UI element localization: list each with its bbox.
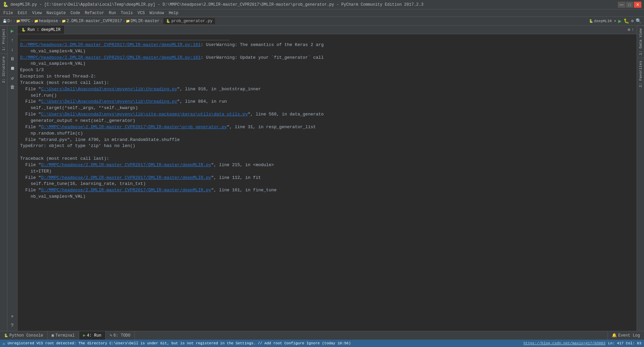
- link-threading-2[interactable]: C:\Users\Dell\Anaconda3\envs\myvenv\lib\…: [41, 99, 177, 104]
- console-output: ________________________________________…: [17, 34, 637, 331]
- maximize-button[interactable]: □: [626, 2, 633, 8]
- console-traceback1: Traceback (most recent call last):: [20, 80, 634, 86]
- left-vtabs: 1: Project 2: Structure: [0, 26, 7, 331]
- close-button[interactable]: ✕: [634, 2, 641, 8]
- event-log-tab[interactable]: 🔔 Event Log: [607, 331, 644, 340]
- breadcrumb-file[interactable]: 🐍 prob_generator.py: [163, 18, 215, 24]
- console-line-1: D:/MMPC/headpose/2.DMLIR-master_CVPR2017…: [20, 42, 634, 48]
- link-prob-generator[interactable]: D:\MMPC\headpose\2.DMLIR-master_CVPR2017…: [41, 125, 227, 130]
- run-tab-header: 🐍 Run : deepMLIR ⚙ ↑: [17, 26, 637, 34]
- console-line-2: nb_val_samples=N_VAL): [20, 48, 634, 55]
- status-bar: ⚠ Unregistered VCS root detected: The di…: [0, 340, 644, 347]
- title-text: deepMLIR.py - [C:\Users\Dell\AppData\Loc…: [10, 2, 618, 7]
- python-console-tab[interactable]: 🐍 Python Console: [0, 331, 48, 340]
- menu-edit[interactable]: Edit: [16, 10, 30, 16]
- link-data-utils[interactable]: C:\Users\Dell\Anaconda3\envs\myvenv\lib\…: [41, 112, 248, 117]
- breadcrumb-mmpc[interactable]: 📁 MMPC: [16, 19, 31, 23]
- console-gen-output: generator_output = next(self._generator): [20, 118, 634, 124]
- search-everywhere-button[interactable]: 🔍: [636, 18, 641, 24]
- console-np-shuffle: np.random.shuffle(c): [20, 131, 634, 137]
- link-deepmlir-161-2[interactable]: D:/MMPC/headpose/2.DMLIR-master_CVPR2017…: [20, 55, 201, 60]
- console-mtrand: File "mtrand.pyx", line 4796, in mtrand.…: [20, 137, 634, 143]
- breadcrumb-cvpr[interactable]: 📁 2.DMLIR-master_CVPR2017: [62, 19, 122, 23]
- menu-file[interactable]: File: [1, 10, 15, 16]
- title-bar: 🐍 deepMLIR.py - [C:\Users\Dell\AppData\L…: [0, 0, 644, 9]
- run-expand-icon[interactable]: ↑: [632, 28, 634, 32]
- console-deepmlir-161-3: File "D:/MMPC/headpose/2.DMLIR-master_CV…: [20, 187, 634, 194]
- run-close-button[interactable]: ✕: [8, 312, 16, 320]
- favorites-tab[interactable]: 2: Favorites: [637, 58, 644, 90]
- run-play-button[interactable]: ▶: [8, 27, 16, 35]
- console-blank: [20, 149, 634, 156]
- coverage-button-toolbar[interactable]: ⚙: [631, 18, 634, 23]
- console-line-3: D:/MMPC/headpose/2.DMLIR-master_CVPR2017…: [20, 55, 634, 61]
- run-sidebar: ▶ ↑ ↓ ⏸ ⏹ ↺ 🗑 ✕ ?: [7, 26, 17, 331]
- run-rerun-button[interactable]: ↺: [8, 74, 16, 82]
- console-exception: Exception in thread Thread-2:: [20, 73, 634, 80]
- run-up-button[interactable]: ↑: [8, 36, 16, 44]
- console-prob-gen-line: File "D:\MMPC\headpose\2.DMLIR-master_CV…: [20, 124, 634, 131]
- menu-refactor[interactable]: Refactor: [83, 10, 106, 16]
- breadcrumb: 💾 D: › 📁 MMPC › 📁 headpose › 📁 2.DMLIR-m…: [0, 17, 644, 26]
- menu-window[interactable]: Window: [148, 10, 166, 16]
- breadcrumb-dmlir[interactable]: 📁 DMLIR-master: [126, 19, 159, 23]
- status-position: Ln: 417 Col: 83: [608, 341, 641, 345]
- run-stop-button[interactable]: ⏹: [8, 64, 16, 72]
- console-data-utils-line: File "C:\Users\Dell\Anaconda3\envs\myven…: [20, 111, 634, 118]
- run-tab-active[interactable]: 🐍 Run : deepMLIR: [17, 26, 65, 34]
- status-url[interactable]: https://blog.csdn.net/maxix=417/03083: [524, 341, 605, 345]
- menu-vcs[interactable]: VCS: [136, 10, 147, 16]
- breadcrumb-drive[interactable]: 💾 D:: [3, 19, 12, 23]
- menu-tools[interactable]: Tools: [119, 10, 135, 16]
- console-deepmlir-112-line: File "D:/MMPC/headpose/2.DMLIR-master_CV…: [20, 175, 634, 181]
- link-deepmlir-161-1[interactable]: D:/MMPC/headpose/2.DMLIR-master_CVPR2017…: [20, 42, 201, 47]
- project-dropdown[interactable]: 🐍 deepMLIR ▾: [589, 19, 616, 23]
- console-epoch: Epoch 1/3: [20, 67, 634, 73]
- console-typeerror: TypeError: object of type 'zip' has no l…: [20, 143, 634, 149]
- menu-navigate[interactable]: Navigate: [44, 10, 68, 16]
- run-pause-button[interactable]: ⏸: [8, 55, 16, 63]
- structure-tab[interactable]: 2: Structure: [0, 53, 7, 86]
- debug-button-toolbar[interactable]: 🐛: [624, 18, 629, 24]
- link-threading-1[interactable]: C:\Users\Dell\Anaconda3\envs\myvenv\lib\…: [41, 87, 177, 92]
- right-vtabs: 1: Data View 2: Favorites: [637, 26, 644, 331]
- console-thread-line: File "C:\Users\Dell\Anaconda3\envs\myven…: [20, 86, 634, 93]
- link-deepmlir-161-3[interactable]: D:/MMPC/headpose/2.DMLIR-master_CVPR2017…: [41, 188, 211, 193]
- terminal-tab[interactable]: ▣ Terminal: [48, 331, 79, 340]
- console-nb-val: nb_val_samples=N_VAL): [20, 194, 634, 200]
- run-button-toolbar[interactable]: ▶: [618, 18, 622, 24]
- menu-view[interactable]: View: [30, 10, 44, 16]
- console-self-target: self._target(*self._args, **self._kwargs…: [20, 105, 634, 111]
- console-iter: it=ITER): [20, 168, 634, 175]
- console-traceback2: Traceback (most recent call last):: [20, 156, 634, 162]
- menu-help[interactable]: Help: [167, 10, 180, 16]
- bottom-tabs: 🐍 Python Console ▣ Terminal ▶ 4: Run ✎ 6…: [0, 331, 644, 340]
- link-deepmlir-215[interactable]: D:/MMPC/headpose/2.DMLIR-master_CVPR2017…: [41, 162, 211, 167]
- help-button[interactable]: ?: [8, 321, 16, 330]
- console-line-4: nb_val_samples=N_VAL): [20, 61, 634, 67]
- run-settings-icon[interactable]: ⚙: [628, 27, 630, 32]
- separator-line: ________________________________________…: [20, 36, 634, 42]
- menu-bar: File Edit View Navigate Code Refactor Ru…: [0, 9, 644, 17]
- console-fine-tune-call: self.fine_tune(16, learning_rate, train_…: [20, 181, 634, 187]
- run-down-button[interactable]: ↓: [8, 46, 16, 54]
- data-view-tab[interactable]: 1: Data View: [637, 26, 644, 58]
- breadcrumb-headpose[interactable]: 📁 headpose: [34, 19, 58, 23]
- menu-code[interactable]: Code: [68, 10, 82, 16]
- console-deepmlir-215-line: File "D:/MMPC/headpose/2.DMLIR-master_CV…: [20, 162, 634, 168]
- minimize-button[interactable]: —: [618, 2, 625, 8]
- console-thread-line2: File "C:\Users\Dell\Anaconda3\envs\myven…: [20, 99, 634, 105]
- todo-6-tab[interactable]: ✎ 6: TODO: [106, 331, 135, 340]
- project-tab[interactable]: 1: Project: [0, 26, 7, 53]
- link-deepmlir-112[interactable]: D:/MMPC/headpose/2.DMLIR-master_CVPR2017…: [41, 175, 211, 180]
- run-trash-button[interactable]: 🗑: [8, 83, 16, 91]
- run-4-tab[interactable]: ▶ 4: Run: [79, 331, 106, 340]
- status-message: Unregistered VCS root detected: The dire…: [8, 341, 522, 345]
- console-self-run: self.run(): [20, 93, 634, 99]
- menu-run[interactable]: Run: [107, 10, 118, 16]
